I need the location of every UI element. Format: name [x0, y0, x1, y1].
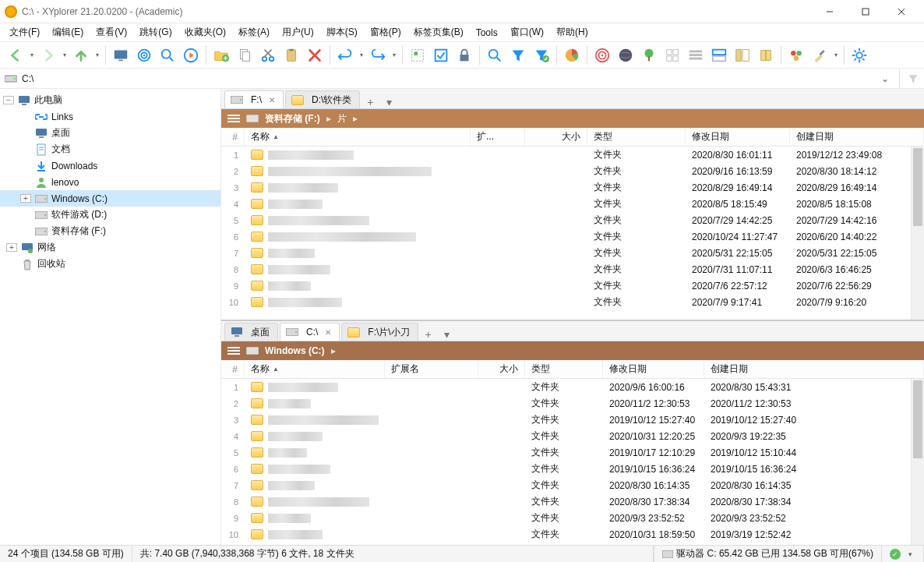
menu-item[interactable]: 文件(F)	[3, 24, 46, 41]
back-dropdown[interactable]: ▾	[28, 51, 36, 58]
col-name[interactable]: 名称▲	[245, 360, 385, 378]
tree-item[interactable]: Links	[0, 108, 220, 125]
col-created[interactable]: 创建日期	[790, 128, 924, 146]
column-header-bottom[interactable]: # 名称▲ 扩展名 大小 类型 修改日期 创建日期	[221, 360, 924, 379]
tree-item[interactable]: +Windows (C:)	[0, 190, 220, 207]
table-row[interactable]: 1 文件夹 2020/9/6 16:00:16 2020/8/30 15:43:…	[221, 379, 924, 395]
crumb-segment[interactable]: 片	[337, 112, 347, 125]
funnel-check-icon[interactable]	[531, 44, 552, 66]
table-row[interactable]: 8 文件夹 2020/8/30 17:38:34 2020/8/30 17:38…	[221, 493, 924, 510]
hamburger-icon[interactable]	[227, 347, 240, 355]
col-created[interactable]: 创建日期	[704, 360, 924, 378]
table-row[interactable]: 2 文件夹 2020/11/2 12:30:53 2020/11/2 12:30…	[221, 395, 924, 412]
spiral-icon[interactable]	[591, 44, 613, 66]
table-row[interactable]: 9 文件夹 2020/9/3 23:52:52 2020/9/3 23:52:5…	[221, 510, 924, 526]
table-row[interactable]: 7 文件夹 2020/8/30 16:14:35 2020/8/30 16:14…	[221, 477, 924, 493]
menu-item[interactable]: 脚本(S)	[320, 24, 364, 41]
col-ext[interactable]: 扩展名	[385, 360, 478, 378]
tree-item[interactable]: 资料存储 (F:)	[0, 223, 220, 239]
breadcrumb-top[interactable]: 资料存储 (F:) ▸ 片 ▸	[221, 109, 924, 128]
palette-icon[interactable]	[785, 44, 807, 66]
brush-icon[interactable]	[809, 44, 831, 66]
col-type[interactable]: 类型	[525, 360, 603, 378]
tab[interactable]: F:\✕	[224, 90, 284, 108]
delete-icon[interactable]	[304, 44, 326, 66]
menu-item[interactable]: 用户(U)	[276, 24, 320, 41]
menu-item[interactable]: 跳转(G)	[133, 24, 178, 41]
crumb-drive[interactable]: Windows (C:)	[265, 345, 325, 356]
table-row[interactable]: 10 文件夹 2020/7/9 9:17:41 2020/7/9 9:16:20	[221, 294, 924, 310]
tree-icon[interactable]	[638, 44, 660, 66]
filelist-top[interactable]: 1 文件夹 2020/8/30 16:01:11 2019/12/12 23:4…	[221, 147, 924, 320]
scrollbar-thumb[interactable]	[913, 148, 922, 226]
forward-button[interactable]	[37, 44, 59, 66]
tree-item[interactable]: 桌面	[0, 125, 220, 141]
table-row[interactable]: 5 文件夹 2020/7/29 14:42:25 2020/7/29 14:42…	[221, 212, 924, 228]
table-row[interactable]: 10 文件夹 2020/10/31 18:59:50 2019/3/19 12:…	[221, 526, 924, 543]
book-icon[interactable]	[755, 44, 777, 66]
new-folder-icon[interactable]	[210, 44, 232, 66]
pie-icon[interactable]	[561, 44, 583, 66]
column-icon[interactable]	[732, 44, 753, 66]
tree-item[interactable]: lenovo	[0, 174, 220, 190]
tab-dropdown[interactable]: ▾	[380, 96, 397, 108]
tree-item[interactable]: Downloads	[0, 157, 220, 174]
scrollbar-thumb[interactable]	[913, 380, 922, 458]
select-icon[interactable]	[407, 44, 428, 66]
col-num[interactable]: #	[221, 360, 245, 378]
table-row[interactable]: 9 文件夹 2020/7/6 22:57:12 2020/7/6 22:56:2…	[221, 277, 924, 294]
tab-add[interactable]: +	[420, 328, 437, 341]
filter-icon[interactable]	[907, 72, 919, 85]
funnel-icon[interactable]	[507, 44, 529, 66]
tab[interactable]: 桌面	[224, 323, 278, 341]
back-button[interactable]	[5, 44, 26, 66]
col-size[interactable]: 大小	[478, 360, 525, 378]
table-row[interactable]: 3 文件夹 2020/8/29 16:49:14 2020/8/29 16:49…	[221, 179, 924, 196]
desktop-icon[interactable]	[110, 44, 132, 66]
folder-tree[interactable]: − 此电脑 Links桌面文档Downloadslenovo+Windows (…	[0, 89, 221, 545]
search-icon[interactable]	[484, 44, 506, 66]
up-dropdown[interactable]: ▾	[93, 51, 101, 58]
scrollbar[interactable]	[911, 147, 924, 320]
col-size[interactable]: 大小	[525, 128, 587, 146]
settings-icon[interactable]	[848, 44, 870, 66]
col-modified[interactable]: 修改日期	[686, 128, 790, 146]
menu-item[interactable]: 帮助(H)	[550, 24, 594, 41]
globe-icon[interactable]	[615, 44, 637, 66]
cut-icon[interactable]	[257, 44, 279, 66]
table-row[interactable]: 3 文件夹 2019/10/12 15:27:40 2019/10/12 15:…	[221, 412, 924, 428]
menu-item[interactable]: 编辑(E)	[46, 24, 90, 41]
play-icon[interactable]	[180, 44, 202, 66]
breadcrumb-bottom[interactable]: Windows (C:) ▸	[221, 341, 924, 360]
menu-item[interactable]: 标签页集(B)	[407, 24, 470, 41]
tree-item[interactable]: 文档	[0, 141, 220, 157]
paste-icon[interactable]	[280, 44, 302, 66]
close-button[interactable]	[883, 0, 919, 23]
up-button[interactable]	[70, 44, 92, 66]
table-row[interactable]: 2 文件夹 2020/9/16 16:13:59 2020/8/30 18:14…	[221, 163, 924, 179]
table-row[interactable]: 8 文件夹 2020/7/31 11:07:11 2020/6/3 16:46:…	[221, 261, 924, 277]
tab[interactable]: C:\✕	[280, 323, 340, 341]
undo-dropdown[interactable]: ▾	[358, 51, 365, 58]
maximize-button[interactable]	[848, 0, 883, 23]
crumb-drive[interactable]: 资料存储 (F:)	[265, 112, 320, 125]
tab-dropdown[interactable]: ▾	[439, 328, 456, 341]
tree-item[interactable]: 软件游戏 (D:)	[0, 207, 220, 223]
lock-icon[interactable]	[453, 44, 475, 66]
forward-dropdown[interactable]: ▾	[61, 51, 69, 58]
menu-item[interactable]: 查看(V)	[90, 24, 133, 41]
address-bar[interactable]: C:\ ⌄	[0, 69, 924, 89]
target-icon[interactable]	[133, 44, 155, 66]
checkbox-icon[interactable]	[430, 44, 452, 66]
table-row[interactable]: 4 文件夹 2020/8/5 18:15:49 2020/8/5 18:15:0…	[221, 196, 924, 212]
tab[interactable]: F:\片\小刀	[341, 323, 418, 341]
tab[interactable]: D:\软件类	[285, 90, 360, 108]
address-dropdown[interactable]: ⌄	[878, 73, 892, 84]
menu-item[interactable]: 标签(A)	[232, 24, 276, 41]
table-row[interactable]: 6 文件夹 2020/10/24 11:27:47 2020/6/20 14:4…	[221, 228, 924, 245]
details-icon[interactable]	[685, 44, 707, 66]
table-row[interactable]: 1 文件夹 2020/8/30 16:01:11 2019/12/12 23:4…	[221, 147, 924, 163]
close-icon[interactable]: ✕	[269, 96, 275, 104]
table-row[interactable]: 6 文件夹 2019/10/15 16:36:24 2019/10/15 16:…	[221, 461, 924, 477]
menu-item[interactable]: 窗格(P)	[364, 24, 407, 41]
